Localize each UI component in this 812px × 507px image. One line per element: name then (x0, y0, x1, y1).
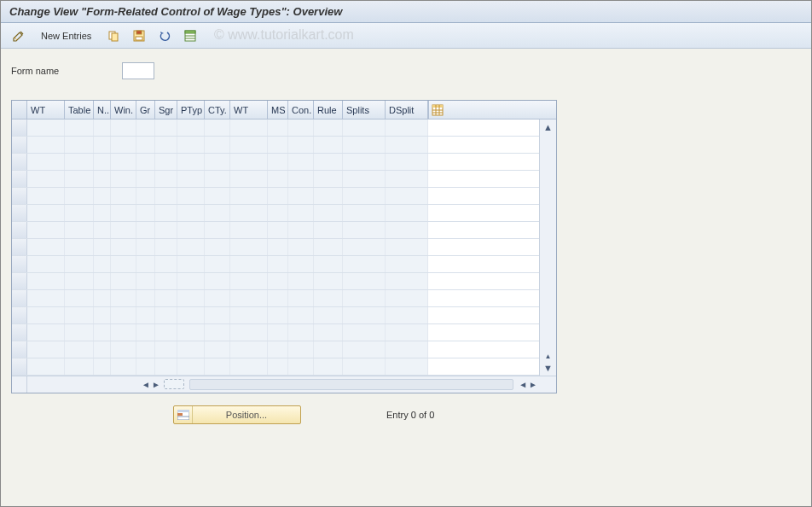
copy-button[interactable] (102, 26, 125, 45)
cell-wt1[interactable] (27, 205, 65, 221)
cell-table[interactable] (65, 256, 94, 272)
cell-ptyp[interactable] (177, 154, 205, 170)
cell-ms[interactable] (268, 239, 288, 255)
cell-con[interactable] (288, 307, 314, 323)
col-header-gr[interactable]: Gr (136, 101, 155, 119)
cell-con[interactable] (288, 119, 314, 136)
cell-ms[interactable] (268, 222, 288, 238)
cell-table[interactable] (65, 290, 94, 306)
cell-rule[interactable] (314, 256, 343, 272)
cell-splits[interactable] (343, 188, 386, 204)
cell-wt1[interactable] (27, 307, 65, 323)
cell-wt2[interactable] (230, 154, 268, 170)
cell-splits[interactable] (343, 239, 386, 255)
cell-ms[interactable] (268, 273, 288, 289)
cell-n[interactable] (94, 341, 111, 358)
row-selector[interactable] (12, 307, 27, 323)
cell-wt1[interactable] (27, 137, 65, 153)
cell-dsplit[interactable] (386, 239, 428, 255)
scroll-down-icon[interactable]: ▼ (542, 362, 554, 374)
row-selector[interactable] (12, 137, 27, 153)
cell-ms[interactable] (268, 341, 288, 358)
cell-splits[interactable] (343, 273, 386, 289)
cell-gr[interactable] (136, 256, 155, 272)
undo-button[interactable] (154, 26, 176, 45)
cell-gr[interactable] (136, 290, 155, 306)
cell-rule[interactable] (314, 324, 343, 341)
grid-config-button[interactable] (428, 101, 445, 119)
cell-win[interactable] (111, 137, 136, 153)
cell-splits[interactable] (343, 307, 386, 323)
cell-win[interactable] (111, 290, 136, 306)
cell-n[interactable] (94, 171, 111, 187)
cell-wt1[interactable] (27, 119, 65, 136)
cell-dsplit[interactable] (386, 154, 428, 170)
row-selector[interactable] (12, 119, 27, 136)
col-header-cty[interactable]: CTy. (205, 101, 230, 119)
cell-gr[interactable] (136, 154, 155, 170)
hscroll-left-icon[interactable]: ◄ (142, 380, 150, 389)
cell-table[interactable] (65, 119, 94, 136)
col-header-wt1[interactable]: WT (27, 101, 65, 119)
cell-gr[interactable] (136, 324, 155, 341)
cell-cty[interactable] (205, 307, 230, 323)
new-entries-button[interactable]: New Entries (33, 26, 99, 45)
cell-cty[interactable] (205, 239, 230, 255)
cell-sgr[interactable] (155, 358, 177, 375)
cell-splits[interactable] (343, 222, 386, 238)
cell-cty[interactable] (205, 137, 230, 153)
cell-splits[interactable] (343, 154, 386, 170)
cell-cty[interactable] (205, 154, 230, 170)
cell-dsplit[interactable] (386, 290, 428, 306)
cell-table[interactable] (65, 358, 94, 375)
cell-ptyp[interactable] (177, 341, 205, 358)
cell-gr[interactable] (136, 188, 155, 204)
cell-n[interactable] (94, 205, 111, 221)
cell-n[interactable] (94, 137, 111, 153)
cell-con[interactable] (288, 341, 314, 358)
cell-rule[interactable] (314, 273, 343, 289)
cell-wt1[interactable] (27, 188, 65, 204)
col-header-n[interactable]: N.. (94, 101, 111, 119)
cell-ptyp[interactable] (177, 119, 205, 136)
cell-sgr[interactable] (155, 137, 177, 153)
save-button[interactable] (128, 26, 150, 45)
cell-wt1[interactable] (27, 273, 65, 289)
cell-cty[interactable] (205, 290, 230, 306)
cell-win[interactable] (111, 239, 136, 255)
cell-sgr[interactable] (155, 188, 177, 204)
cell-wt1[interactable] (27, 358, 65, 375)
cell-table[interactable] (65, 171, 94, 187)
cell-table[interactable] (65, 307, 94, 323)
cell-ptyp[interactable] (177, 324, 205, 341)
cell-cty[interactable] (205, 188, 230, 204)
cell-dsplit[interactable] (386, 119, 428, 136)
cell-table[interactable] (65, 205, 94, 221)
cell-win[interactable] (111, 154, 136, 170)
cell-n[interactable] (94, 222, 111, 238)
cell-splits[interactable] (343, 256, 386, 272)
cell-n[interactable] (94, 256, 111, 272)
cell-con[interactable] (288, 256, 314, 272)
cell-wt2[interactable] (230, 119, 268, 136)
cell-con[interactable] (288, 154, 314, 170)
col-header-table[interactable]: Table (65, 101, 94, 119)
hscroll-track[interactable] (189, 379, 513, 390)
row-selector[interactable] (12, 239, 27, 255)
cell-gr[interactable] (136, 239, 155, 255)
cell-win[interactable] (111, 171, 136, 187)
cell-rule[interactable] (314, 171, 343, 187)
cell-rule[interactable] (314, 188, 343, 204)
cell-con[interactable] (288, 324, 314, 341)
cell-win[interactable] (111, 273, 136, 289)
cell-rule[interactable] (314, 239, 343, 255)
col-header-wt2[interactable]: WT (230, 101, 268, 119)
vertical-scrollbar[interactable]: ▲ ▲ ▼ (539, 119, 556, 376)
cell-sgr[interactable] (155, 256, 177, 272)
cell-wt1[interactable] (27, 154, 65, 170)
cell-splits[interactable] (343, 290, 386, 306)
cell-wt1[interactable] (27, 256, 65, 272)
cell-ptyp[interactable] (177, 239, 205, 255)
cell-con[interactable] (288, 222, 314, 238)
cell-wt2[interactable] (230, 205, 268, 221)
